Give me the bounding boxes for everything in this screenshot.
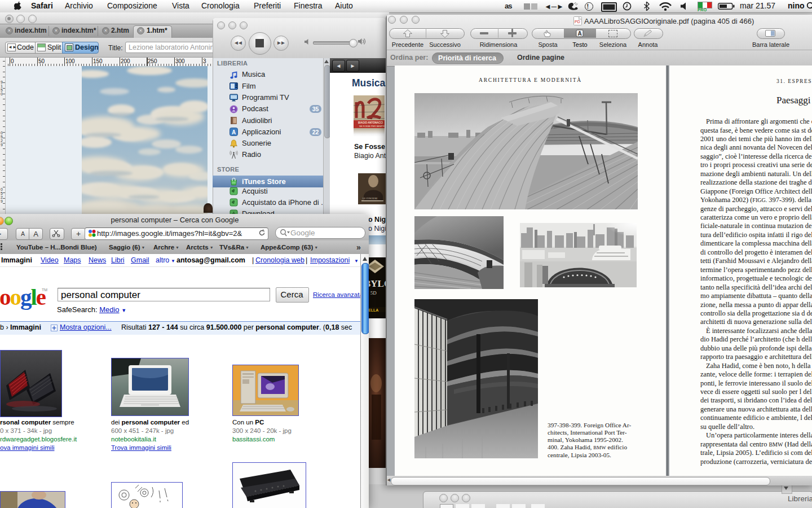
svg-text:PD: PD	[575, 20, 580, 24]
svg-text:A: A	[232, 129, 236, 135]
svg-text:SE FOSSE PER SEMPRE: SE FOSSE PER SEMPRE	[359, 125, 385, 128]
svg-text:A: A	[578, 30, 582, 37]
svg-text:BIAGIO ANTONACCI: BIAGIO ANTONACCI	[358, 121, 383, 124]
svg-text:LE CONGIURE: LE CONGIURE	[363, 197, 378, 200]
